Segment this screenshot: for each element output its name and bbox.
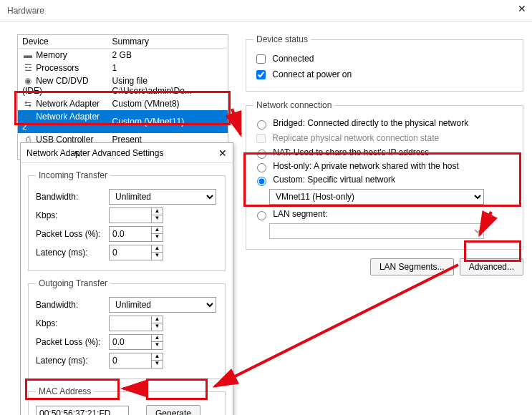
- table-row[interactable]: ⇆ Network Adapter 2Custom (VMnet11): [18, 110, 228, 133]
- window-titlebar: Hardware ✕: [0, 0, 532, 21]
- advanced-button[interactable]: Advanced...: [460, 258, 523, 275]
- device-summary: Using file C:\Users\admin\De...: [108, 74, 228, 97]
- spinner-icon[interactable]: ▲▼: [152, 316, 163, 331]
- spinner-icon[interactable]: ▲▼: [152, 208, 163, 223]
- mac-address-input[interactable]: [36, 406, 129, 415]
- arrow-icon: [215, 265, 458, 386]
- replicate-checkbox: [256, 134, 266, 143]
- network-connection-group: Network connection Bridged: Connected di…: [246, 100, 523, 250]
- device-table: Device Summary ▬ Memory2 GB☲ Processors1…: [17, 34, 228, 160]
- nat-radio-row[interactable]: NAT: Used to share the host's IP address: [253, 147, 516, 159]
- spinner-icon[interactable]: ▲▼: [152, 334, 163, 350]
- table-row[interactable]: ☲ Processors1: [18, 62, 228, 74]
- device-name: Memory: [36, 50, 67, 60]
- table-row[interactable]: ⇆ Network AdapterCustom (VMnet8): [18, 97, 228, 110]
- connected-label: Connected: [272, 54, 314, 64]
- hostonly-radio-row[interactable]: Host-only: A private network shared with…: [253, 161, 516, 172]
- connect-poweron-row[interactable]: Connect at power on: [253, 68, 516, 82]
- device-status-legend: Device status: [253, 34, 311, 44]
- connect-poweron-checkbox[interactable]: [256, 70, 266, 79]
- close-icon[interactable]: ✕: [518, 3, 526, 14]
- advanced-settings-dialog: Network Adapter Advanced Settings ✕ ↖ In…: [20, 142, 233, 415]
- bridged-radio-row[interactable]: Bridged: Connected directly to the physi…: [253, 118, 516, 130]
- nic-icon: ⇆: [22, 112, 34, 122]
- lansegment-select: [269, 223, 484, 239]
- cursor-icon: ↖: [74, 148, 82, 159]
- arrow-icon: [232, 109, 241, 135]
- device-summary: Custom (VMnet11): [108, 110, 228, 133]
- button-row: LAN Segments... Advanced...: [246, 258, 523, 275]
- spinner-icon[interactable]: ▲▼: [152, 245, 163, 260]
- connect-poweron-label: Connect at power on: [272, 69, 352, 79]
- device-summary: Custom (VMnet8): [108, 97, 228, 110]
- device-name: Processors: [36, 63, 79, 73]
- device-summary: 2 GB: [108, 49, 228, 62]
- device-summary: 1: [108, 62, 228, 74]
- incoming-bandwidth-select[interactable]: Unlimited: [109, 189, 216, 205]
- network-connection-legend: Network connection: [253, 100, 334, 110]
- outgoing-transfer-group: Outgoing Transfer Bandwidth: Unlimited K…: [28, 278, 226, 379]
- custom-radio[interactable]: [257, 177, 266, 186]
- outgoing-latency-input[interactable]: [109, 353, 152, 368]
- settings-panel: Device status Connected Connect at power…: [246, 34, 523, 275]
- hostonly-radio[interactable]: [257, 163, 266, 172]
- generate-button[interactable]: Generate: [146, 405, 200, 415]
- outgoing-bandwidth-select[interactable]: Unlimited: [109, 297, 216, 313]
- incoming-latency-input[interactable]: [109, 245, 152, 260]
- replicate-checkbox-row: Replicate physical network connection st…: [253, 132, 516, 145]
- device-name: Network Adapter: [36, 99, 100, 109]
- incoming-transfer-group: Incoming Transfer Bandwidth: Unlimited K…: [28, 170, 226, 271]
- incoming-kbps-input[interactable]: [109, 208, 152, 223]
- col-summary[interactable]: Summary: [108, 35, 228, 49]
- table-row[interactable]: ◉ New CD/DVD (IDE)Using file C:\Users\ad…: [18, 74, 228, 97]
- spinner-icon[interactable]: ▲▼: [152, 226, 163, 242]
- lan-segments-button[interactable]: LAN Segments...: [370, 258, 454, 275]
- device-name: Network Adapter 2: [22, 112, 100, 132]
- cd-icon: ◉: [22, 76, 34, 86]
- outgoing-packetloss-input[interactable]: [109, 334, 152, 350]
- custom-vmnet-select[interactable]: VMnet11 (Host-only): [269, 189, 484, 205]
- incoming-packetloss-input[interactable]: [109, 226, 152, 242]
- nat-radio[interactable]: [257, 150, 266, 159]
- cpu-icon: ☲: [22, 63, 34, 73]
- window-title: Hardware: [7, 6, 44, 16]
- advanced-dialog-titlebar: Network Adapter Advanced Settings ✕ ↖: [21, 143, 233, 163]
- mac-address-group: MAC Address Generate: [28, 386, 226, 415]
- memory-icon: ▬: [22, 50, 34, 60]
- advanced-dialog-title: Network Adapter Advanced Settings: [26, 148, 163, 158]
- connected-checkbox-row[interactable]: Connected: [253, 52, 516, 66]
- lansegment-radio[interactable]: [257, 211, 266, 220]
- device-status-group: Device status Connected Connect at power…: [246, 34, 523, 92]
- device-list-panel: Device Summary ▬ Memory2 GB☲ Processors1…: [17, 34, 228, 160]
- advanced-dialog-close-icon[interactable]: ✕: [218, 147, 227, 159]
- lansegment-radio-row[interactable]: LAN segment:: [253, 209, 516, 220]
- col-device[interactable]: Device: [18, 35, 108, 49]
- nic-icon: ⇆: [22, 99, 34, 109]
- spinner-icon[interactable]: ▲▼: [152, 353, 163, 368]
- connected-checkbox[interactable]: [256, 54, 266, 64]
- outgoing-kbps-input[interactable]: [109, 316, 152, 331]
- table-row[interactable]: ▬ Memory2 GB: [18, 49, 228, 62]
- custom-radio-row[interactable]: Custom: Specific virtual network: [253, 175, 516, 186]
- bridged-radio[interactable]: [257, 120, 266, 130]
